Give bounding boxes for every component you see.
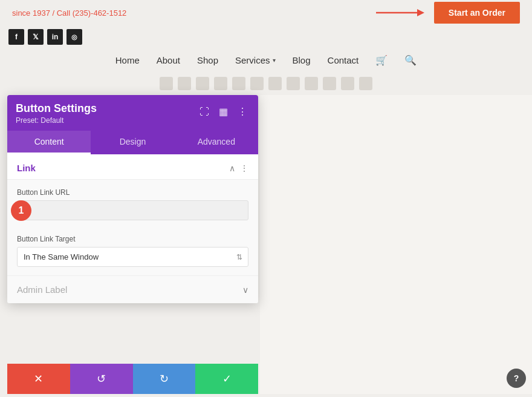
collapse-icon[interactable]: ∧ xyxy=(229,163,235,173)
dot-3 xyxy=(196,77,209,90)
admin-label-section[interactable]: Admin Label ∨ xyxy=(7,275,258,303)
bottom-toolbar: ✕ ↺ ↻ ✓ xyxy=(7,364,258,394)
dot-10 xyxy=(323,77,336,90)
panel-title: Button Settings xyxy=(16,102,97,115)
svg-marker-1 xyxy=(417,9,424,16)
cart-icon[interactable]: 🛒 xyxy=(375,54,388,66)
nav-contact[interactable]: Contact xyxy=(328,55,359,65)
button-link-url-label: Button Link URL xyxy=(17,188,248,197)
start-order-button[interactable]: Start an Order xyxy=(434,2,520,24)
section-more-icon[interactable]: ⋮ xyxy=(240,163,248,173)
more-options-icon[interactable]: ⋮ xyxy=(235,105,250,119)
twitter-icon[interactable]: 𝕏 xyxy=(28,29,44,45)
section-header: Link ∧ ⋮ xyxy=(7,154,258,180)
panel-preset[interactable]: Preset: Default xyxy=(16,116,97,125)
section-title: Link xyxy=(17,163,36,173)
columns-icon[interactable]: ▦ xyxy=(216,105,230,119)
button-link-target-select[interactable]: In The Same Window In A New Tab xyxy=(17,247,248,267)
section-header-icons: ∧ ⋮ xyxy=(229,163,248,173)
search-icon[interactable]: 🔍 xyxy=(404,54,417,66)
help-badge[interactable]: ? xyxy=(507,369,526,388)
linkedin-icon[interactable]: in xyxy=(47,29,63,45)
dot-6 xyxy=(250,77,264,90)
top-bar: since 1937 / Call (235)-462-1512 Start a… xyxy=(0,0,532,25)
admin-chevron-icon: ∨ xyxy=(242,285,248,295)
cancel-button[interactable]: ✕ xyxy=(7,364,70,394)
redo-button[interactable]: ↻ xyxy=(133,364,196,394)
top-bar-left: since 1937 / Call (235)-462-1512 xyxy=(12,8,126,18)
dot-4 xyxy=(214,77,227,90)
admin-label-text: Admin Label xyxy=(17,284,67,295)
dot-9 xyxy=(305,77,318,90)
nav-about[interactable]: About xyxy=(157,55,180,65)
nav-home[interactable]: Home xyxy=(115,55,140,65)
dot-2 xyxy=(178,77,191,90)
social-bar: f 𝕏 in ◎ xyxy=(0,25,532,48)
nav-blog[interactable]: Blog xyxy=(293,55,311,65)
button-link-target-select-wrapper: In The Same Window In A New Tab xyxy=(17,247,248,267)
dot-1 xyxy=(160,77,173,90)
panel-header-icons: ⛶ ▦ ⋮ xyxy=(197,105,250,119)
background-content xyxy=(260,95,532,394)
button-link-url-input[interactable] xyxy=(17,200,248,220)
dot-7 xyxy=(268,77,282,90)
undo-button[interactable]: ↺ xyxy=(70,364,133,394)
button-link-url-row: 1 xyxy=(17,200,248,220)
button-link-target-label: Button Link Target xyxy=(17,235,248,243)
panel-title-area: Button Settings Preset: Default xyxy=(16,102,97,125)
tab-design[interactable]: Design xyxy=(91,131,174,154)
since-text: since 1937 / Call xyxy=(12,8,73,18)
panel-tabs: Content Design Advanced xyxy=(7,131,258,154)
nav-shop[interactable]: Shop xyxy=(197,55,218,65)
expand-icon[interactable]: ⛶ xyxy=(197,105,212,119)
arrow-icon xyxy=(376,7,424,19)
button-link-target-group: Button Link Target In The Same Window In… xyxy=(7,229,258,275)
nav-services[interactable]: Services ▾ xyxy=(235,55,276,65)
panel-body: Link ∧ ⋮ Button Link URL 1 Button Link xyxy=(7,154,258,303)
facebook-icon[interactable]: f xyxy=(8,29,24,45)
confirm-button[interactable]: ✓ xyxy=(195,364,258,394)
main-area: Button Settings Preset: Default ⛶ ▦ ⋮ Co… xyxy=(0,95,532,394)
dot-11 xyxy=(341,77,354,90)
top-bar-right: Start an Order xyxy=(376,2,520,24)
button-link-url-group: Button Link URL 1 xyxy=(7,180,258,229)
dot-8 xyxy=(287,77,300,90)
dot-12 xyxy=(359,77,372,90)
nav-bar: Home About Shop Services ▾ Blog Contact … xyxy=(0,48,532,72)
dot-5 xyxy=(232,77,245,90)
tab-advanced[interactable]: Advanced xyxy=(175,131,258,154)
phone-number[interactable]: (235)-462-1512 xyxy=(73,8,127,18)
services-dropdown-icon: ▾ xyxy=(273,57,276,64)
tab-content[interactable]: Content xyxy=(7,131,91,154)
panel-header: Button Settings Preset: Default ⛶ ▦ ⋮ xyxy=(7,95,258,131)
settings-panel: Button Settings Preset: Default ⛶ ▦ ⋮ Co… xyxy=(7,95,258,303)
step-badge: 1 xyxy=(11,200,31,221)
dots-row xyxy=(0,72,532,95)
arrow-area xyxy=(376,7,424,19)
instagram-icon[interactable]: ◎ xyxy=(66,29,82,45)
